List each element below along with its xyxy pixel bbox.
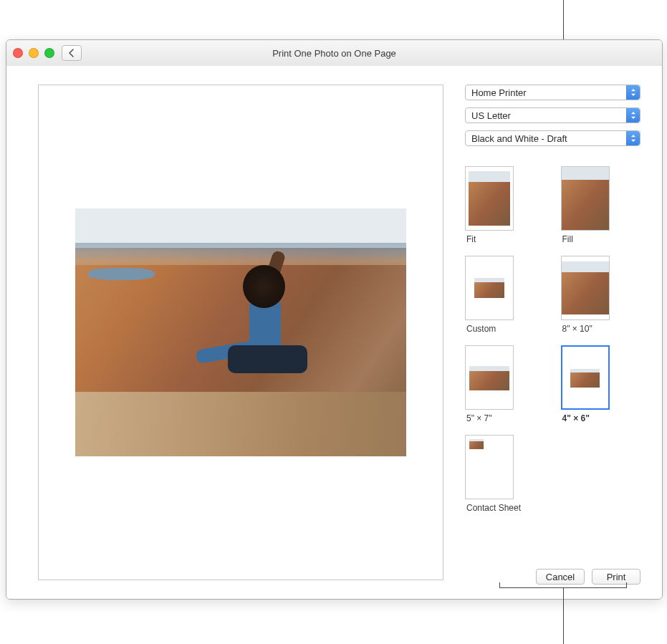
window-titlebar: Print One Photo on One Page — [6, 40, 662, 67]
callout-line — [626, 582, 627, 588]
page-preview — [38, 85, 443, 580]
format-fit[interactable]: Fit — [465, 166, 545, 244]
format-label: Custom — [465, 324, 496, 334]
cancel-button-label: Cancel — [546, 572, 575, 582]
print-button-label: Print — [607, 572, 626, 582]
dialog-actions: Cancel Print — [465, 569, 640, 585]
updown-icon — [626, 85, 640, 100]
callout-line — [563, 587, 564, 644]
format-thumb — [561, 345, 610, 410]
zoom-icon[interactable] — [44, 48, 54, 58]
back-button[interactable] — [62, 45, 82, 61]
updown-icon — [626, 131, 640, 145]
preset-select[interactable]: Black and White - Draft — [465, 130, 640, 146]
format-label: Fit — [465, 234, 476, 244]
format-5x7[interactable]: 5" × 7" — [465, 345, 545, 423]
close-icon[interactable] — [13, 48, 23, 58]
callout-line — [563, 0, 564, 39]
format-label: 5" × 7" — [465, 413, 492, 423]
updown-icon — [626, 108, 640, 122]
format-label: Contact Sheet — [465, 503, 521, 513]
printer-select-value: Home Printer — [471, 87, 527, 98]
chevron-left-icon — [68, 49, 75, 57]
photo-preview — [75, 208, 406, 457]
print-button[interactable]: Print — [592, 569, 640, 585]
format-label: 8" × 10" — [561, 324, 592, 334]
format-contact-sheet[interactable]: Contact Sheet — [465, 435, 640, 513]
format-label: Fill — [561, 234, 573, 244]
format-thumb — [465, 256, 514, 320]
format-thumb — [561, 256, 610, 320]
format-thumb — [465, 345, 514, 410]
cancel-button[interactable]: Cancel — [536, 569, 585, 585]
print-preview-area — [6, 66, 458, 599]
print-dialog-window: Print One Photo on One Page — [6, 39, 663, 600]
format-thumb — [465, 166, 514, 231]
paper-size-select[interactable]: US Letter — [465, 107, 640, 123]
format-4x6[interactable]: 4" × 6" — [561, 345, 641, 423]
format-label: 4" × 6" — [561, 413, 590, 423]
print-options-panel: Home Printer US Letter Black and White -… — [458, 66, 662, 599]
format-grid: Fit Fill Custom 8" × 10" 5" × 7" — [465, 166, 640, 513]
traffic-lights — [13, 48, 54, 58]
format-thumb — [561, 166, 610, 231]
minimize-icon[interactable] — [29, 48, 39, 58]
callout-line — [499, 582, 500, 588]
window-title: Print One Photo on One Page — [6, 48, 662, 59]
format-custom[interactable]: Custom — [465, 256, 545, 334]
format-8x10[interactable]: 8" × 10" — [561, 256, 641, 334]
format-thumb — [465, 435, 514, 499]
printer-select[interactable]: Home Printer — [465, 85, 640, 100]
paper-size-value: US Letter — [471, 110, 511, 121]
preset-value: Black and White - Draft — [471, 133, 567, 144]
format-fill[interactable]: Fill — [561, 166, 641, 244]
